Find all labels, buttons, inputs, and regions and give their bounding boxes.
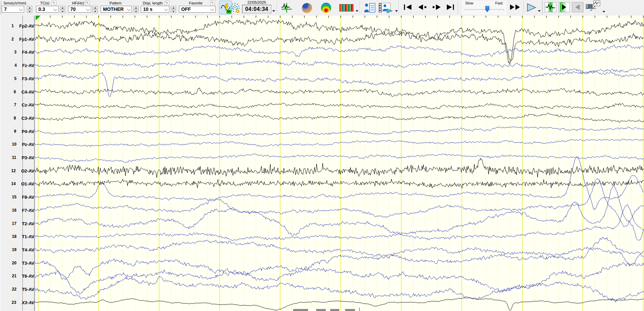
hf-edit-pencil-icon[interactable]: ✎: [85, 1, 90, 5]
channel-number: 3: [0, 50, 19, 54]
tc-edit-pencil-icon[interactable]: ✎: [52, 1, 56, 5]
sens-spinner[interactable]: [27, 6, 32, 13]
eeg-trace-area[interactable]: [35, 16, 644, 311]
patient-info-button[interactable]: [362, 1, 377, 14]
clipped-bottom-marker: [293, 309, 308, 311]
favorite-edit-pencil-icon[interactable]: ✎: [210, 1, 215, 5]
dsa-trend-button[interactable]: [339, 1, 354, 14]
step-forward-button[interactable]: [431, 4, 442, 11]
spinner-down-button[interactable]: [27, 10, 32, 13]
chevron-down-icon: [53, 7, 57, 11]
spinner-up-button[interactable]: [171, 6, 176, 9]
datetime-display: 22/05/2025 04:04:34: [242, 0, 271, 13]
spinner-up-button[interactable]: [60, 6, 65, 9]
play-dropdown-arrow[interactable]: [538, 10, 541, 12]
spinner-up-button[interactable]: [27, 6, 32, 9]
chevron-down-icon: [210, 7, 214, 11]
video-dropdown-arrow[interactable]: [395, 10, 398, 12]
disp-length-spinner[interactable]: [171, 6, 176, 13]
channel-number: 20: [0, 261, 19, 265]
channel-row-f4-av[interactable]: 3F4-AV: [0, 49, 34, 55]
spinner-down-button[interactable]: [133, 10, 139, 13]
channel-label: F3-AV: [19, 76, 34, 81]
video-review-button[interactable]: [377, 1, 394, 14]
spinner-down-button[interactable]: [60, 10, 65, 13]
channel-number: 10: [0, 142, 19, 147]
channel-number: 17: [0, 221, 19, 226]
channel-number: 18: [0, 234, 19, 239]
channel-row-f7-av[interactable]: 16F7-AV: [0, 207, 34, 213]
channel-row-t6-av[interactable]: 21T6-AV: [0, 273, 34, 279]
channel-row-fp1-av[interactable]: 2Fp1-AV: [0, 36, 34, 42]
spinner-down-button[interactable]: [92, 10, 98, 13]
datetime-dropdown-arrow[interactable]: [272, 10, 275, 12]
play-button[interactable]: [526, 3, 537, 12]
sens-combobox[interactable]: 7: [2, 6, 24, 13]
spinner-down-button[interactable]: [171, 10, 176, 13]
maps-dropdown-arrow[interactable]: [356, 10, 358, 12]
channel-row-t2-av[interactable]: 17T2-AV: [0, 220, 34, 227]
channel-row-fz-av[interactable]: 4Fz-AV: [0, 62, 34, 68]
waveform-view-toggle-button[interactable]: [545, 2, 556, 12]
head-3d-map-button[interactable]: [301, 1, 313, 14]
channel-label: P4-AV: [19, 129, 34, 134]
previous-disabled-button[interactable]: [572, 2, 583, 12]
eeg-viewer-window: Sens(uV/mm) 7 TC(s) ✎ 0.3 HF(Hz) ✎ 70 Pa…: [0, 0, 644, 311]
clip-video-button[interactable]: ✂: [586, 1, 601, 14]
fast-forward-button[interactable]: [509, 4, 521, 11]
disp-length-edit-pencil-icon[interactable]: ✎: [165, 1, 169, 5]
pattern-spinner[interactable]: [133, 6, 139, 13]
channel-row-t5-av[interactable]: 22T5-AV: [0, 286, 34, 292]
channel-row-pz-av[interactable]: 10Pz-AV: [0, 141, 34, 147]
toolbar-grip[interactable]: [542, 1, 544, 14]
channel-row-f8-av[interactable]: 15F8-AV: [0, 194, 34, 200]
channel-number: 2: [0, 37, 17, 42]
speed-slider-track[interactable]: [464, 9, 504, 11]
chevron-down-icon: [86, 7, 89, 11]
patient-info-icon: [363, 3, 376, 13]
channel-row-t4-av[interactable]: 19T4-AV: [0, 247, 34, 253]
tc-spinner[interactable]: [60, 6, 65, 13]
channel-row-f3-av[interactable]: 5F3-AV: [0, 76, 34, 82]
channel-row-p3-av[interactable]: 11P3-AV: [0, 154, 34, 161]
channel-row-t1-av[interactable]: 18T1-AV: [0, 233, 34, 240]
channel-row-c3-av[interactable]: 8C3-AV: [0, 115, 34, 121]
clip-dropdown-arrow[interactable]: [603, 11, 605, 13]
channel-number: 16: [0, 208, 19, 213]
marker-tool-button[interactable]: [280, 1, 293, 14]
channel-number: 15: [0, 195, 19, 199]
channel-number: 7: [0, 102, 19, 107]
tc-combobox[interactable]: 0.3: [36, 6, 58, 13]
clipped-bottom-marker: [359, 308, 360, 311]
pattern-combobox[interactable]: MOTHER: [101, 6, 132, 13]
spinner-up-button[interactable]: [92, 6, 98, 9]
step-back-button[interactable]: [417, 4, 428, 11]
spinner-up-button[interactable]: [133, 6, 139, 9]
hf-combobox[interactable]: 70: [68, 6, 91, 13]
channel-row-cz-av[interactable]: 7Cz-AV: [0, 102, 34, 108]
channel-label: C3-AV: [19, 116, 34, 121]
speed-slider-handle[interactable]: [485, 6, 490, 12]
go-to-start-button[interactable]: [403, 4, 413, 11]
disp-length-label: Disp. length: [143, 1, 163, 5]
favorite-combobox[interactable]: OFF: [179, 6, 216, 13]
small-play-icon: [560, 4, 568, 11]
head-3d-icon: [302, 3, 312, 13]
channel-row-p4-av[interactable]: 9P4-AV: [0, 128, 34, 134]
channel-label: P3-AV: [19, 155, 34, 160]
electrode-map-settings-button[interactable]: [228, 1, 241, 14]
time-display[interactable]: 04:04:34: [242, 5, 271, 13]
channel-row-t3-av[interactable]: 20T3-AV: [0, 260, 34, 266]
channel-label-panel: 1Fp2-AV2Fp1-AV3F4-AV4Fz-AV5F3-AV6C4-AV7C…: [0, 16, 35, 311]
channel-row-o2-av[interactable]: 12O2-AV: [0, 168, 34, 174]
disp-length-combobox[interactable]: 10 s: [141, 6, 169, 13]
channel-row-x3-av[interactable]: 23X3-AV: [0, 299, 34, 306]
go-to-end-button[interactable]: [445, 4, 455, 11]
play-view-toggle-button[interactable]: [558, 2, 570, 12]
channel-row-c4-av[interactable]: 6C4-AV: [0, 89, 34, 95]
hf-spinner[interactable]: [92, 6, 98, 13]
channel-row-o1-av[interactable]: 14O1-AV: [0, 181, 34, 187]
topo-map-button[interactable]: [320, 1, 333, 14]
channel-row-fp2-av[interactable]: 1Fp2-AV: [0, 23, 34, 29]
spectrogram-icon: [339, 4, 354, 12]
